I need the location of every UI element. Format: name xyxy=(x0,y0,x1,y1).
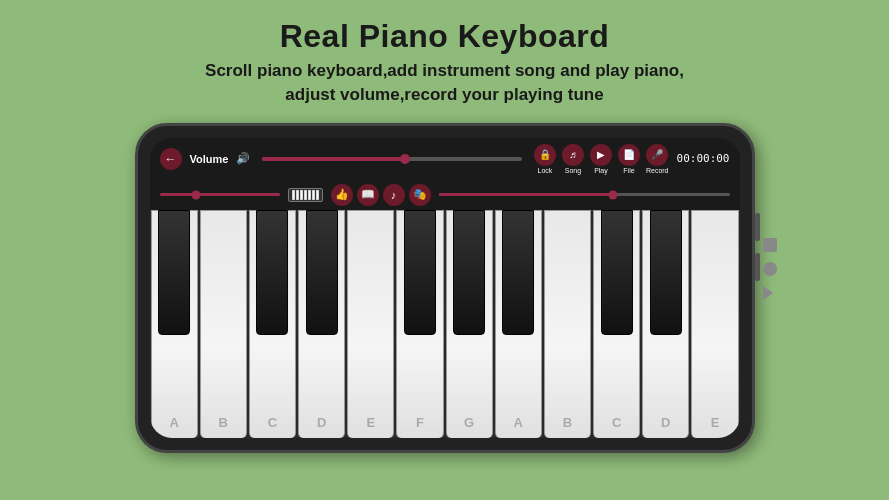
lock-label: Lock xyxy=(538,167,553,174)
back-button[interactable]: ← xyxy=(160,148,182,170)
like-button[interactable]: 👍 xyxy=(331,184,353,206)
play-icon: ▶ xyxy=(590,144,612,166)
nav-triangle[interactable] xyxy=(763,286,773,300)
page-subtitle: Scroll piano keyboard,add instrument son… xyxy=(205,59,684,107)
play-button[interactable]: ▶ Play xyxy=(590,144,612,174)
phone-screen: ← Volume 🔊 🔒 Lock ♬ Song xyxy=(150,138,740,438)
page-title: Real Piano Keyboard xyxy=(205,18,684,55)
time-display: 00:00:00 xyxy=(677,152,730,165)
volume-slider[interactable] xyxy=(262,157,522,161)
volume-knob xyxy=(400,154,410,164)
nav-square[interactable] xyxy=(763,238,777,252)
record-label: Record xyxy=(646,167,669,174)
file-button[interactable]: 📄 File xyxy=(618,144,640,174)
speaker-icon: 🔊 xyxy=(236,152,250,165)
white-key-e2[interactable]: E xyxy=(691,210,738,438)
white-key-b1[interactable]: B xyxy=(200,210,247,438)
phone-side-nav xyxy=(763,238,777,300)
second-bar: 👍 📖 ♪ 🎭 xyxy=(150,180,740,210)
top-bar: ← Volume 🔊 🔒 Lock ♬ Song xyxy=(150,138,740,180)
piano-keyboard[interactable]: A B C D E F G A B C D E xyxy=(150,210,740,438)
white-key-a1[interactable]: A xyxy=(151,210,198,438)
white-key-f1[interactable]: F xyxy=(396,210,443,438)
phone-mockup: ← Volume 🔊 🔒 Lock ♬ Song xyxy=(135,123,755,453)
file-icon: 📄 xyxy=(618,144,640,166)
page-header: Real Piano Keyboard Scroll piano keyboar… xyxy=(185,0,704,115)
note-button[interactable]: ♪ xyxy=(383,184,405,206)
play-label: Play xyxy=(594,167,608,174)
white-key-e1[interactable]: E xyxy=(347,210,394,438)
action-buttons: 👍 📖 ♪ 🎭 xyxy=(331,184,431,206)
pink-slider-right-fill xyxy=(439,193,614,196)
white-key-g1[interactable]: G xyxy=(446,210,493,438)
white-key-c1[interactable]: C xyxy=(249,210,296,438)
pink-knob-right xyxy=(609,190,618,199)
phone-frame: ← Volume 🔊 🔒 Lock ♬ Song xyxy=(135,123,755,453)
white-key-a2[interactable]: A xyxy=(495,210,542,438)
song-button[interactable]: ♬ Song xyxy=(562,144,584,174)
top-right-icons: 🔒 Lock ♬ Song ▶ Play 📄 File xyxy=(534,144,669,174)
white-key-d1[interactable]: D xyxy=(298,210,345,438)
volume-fill xyxy=(262,157,405,161)
piano-area: A B C D E F G A B C D E xyxy=(150,210,740,438)
pink-slider-left[interactable] xyxy=(160,193,280,196)
white-key-d2[interactable]: D xyxy=(642,210,689,438)
record-button[interactable]: 🎤 Record xyxy=(646,144,669,174)
pink-slider-right[interactable] xyxy=(439,193,730,196)
lock-icon: 🔒 xyxy=(534,144,556,166)
piano-mini-icon xyxy=(288,188,323,202)
song-label: Song xyxy=(565,167,581,174)
white-key-c2[interactable]: C xyxy=(593,210,640,438)
book-button[interactable]: 📖 xyxy=(357,184,379,206)
pink-knob-left xyxy=(191,190,200,199)
extra-button[interactable]: 🎭 xyxy=(409,184,431,206)
white-key-b2[interactable]: B xyxy=(544,210,591,438)
phone-power-button xyxy=(755,213,760,241)
volume-label: Volume xyxy=(190,153,229,165)
lock-button[interactable]: 🔒 Lock xyxy=(534,144,556,174)
nav-circle[interactable] xyxy=(763,262,777,276)
phone-volume-button xyxy=(755,253,760,281)
song-icon: ♬ xyxy=(562,144,584,166)
file-label: File xyxy=(623,167,634,174)
record-icon: 🎤 xyxy=(646,144,668,166)
